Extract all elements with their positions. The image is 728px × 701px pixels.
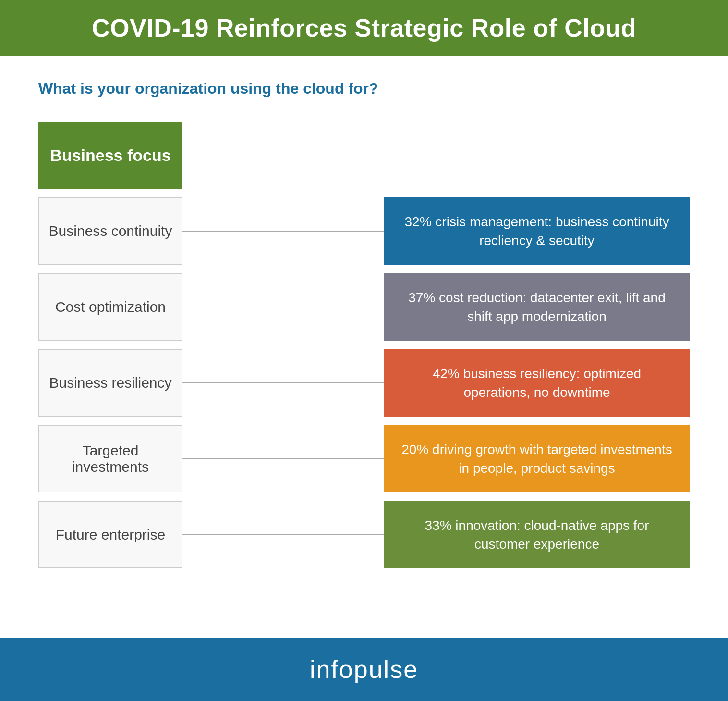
question-text: What is your organization using the clou… <box>38 80 690 98</box>
label-future-enterprise: Future enterprise <box>38 501 182 568</box>
connector-business-continuity <box>182 197 384 265</box>
label-targeted-investments: Targeted investments <box>38 425 182 492</box>
value-business-resiliency: 42% business resiliency: optimized opera… <box>384 349 690 417</box>
value-future-enterprise: 33% innovation: cloud-native apps for cu… <box>384 501 690 568</box>
value-business-continuity: 32% crisis management: business continui… <box>384 197 690 265</box>
row-business-resiliency: Business resiliency42% business resilien… <box>38 349 690 417</box>
label-business-resiliency: Business resiliency <box>38 349 182 417</box>
row-future-enterprise: Future enterprise33% innovation: cloud-n… <box>38 501 690 568</box>
brand-name: infopulse <box>310 655 418 683</box>
connector-targeted-investments <box>182 425 384 492</box>
connector-business-resiliency <box>182 349 384 417</box>
footer-bar: infopulse <box>0 638 728 701</box>
row-targeted-investments: Targeted investments20% driving growth w… <box>38 425 690 492</box>
connector-cost-optimization <box>182 273 384 341</box>
rows-container: Business focusBusiness continuity32% cri… <box>38 122 690 568</box>
header-empty-space <box>182 122 690 189</box>
label-business-focus: Business focus <box>38 122 182 189</box>
value-cost-optimization: 37% cost reduction: datacenter exit, lif… <box>384 273 690 341</box>
connector-future-enterprise <box>182 501 384 568</box>
main-content: What is your organization using the clou… <box>0 56 728 638</box>
label-business-continuity: Business continuity <box>38 197 182 265</box>
value-targeted-investments: 20% driving growth with targeted investm… <box>384 425 690 492</box>
label-cost-optimization: Cost optimization <box>38 273 182 341</box>
page-title: COVID-19 Reinforces Strategic Role of Cl… <box>19 13 709 42</box>
row-business-focus: Business focus <box>38 122 690 189</box>
header-bar: COVID-19 Reinforces Strategic Role of Cl… <box>0 0 728 56</box>
row-cost-optimization: Cost optimization37% cost reduction: dat… <box>38 273 690 341</box>
row-business-continuity: Business continuity32% crisis management… <box>38 197 690 265</box>
